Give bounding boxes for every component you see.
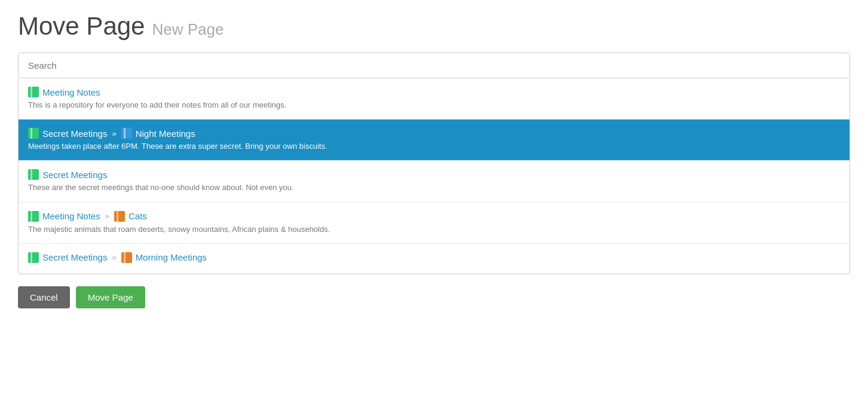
list-item[interactable]: Secret Meetings»Night MeetingsMeetings t… [19,120,849,161]
breadcrumb-book-icon [28,128,39,139]
result-title: Meeting Notes»Cats [28,211,840,222]
result-description: This is a repository for everyone to add… [28,100,840,111]
page-book-icon [121,252,132,263]
result-description: These are the secret meetings that no-on… [28,182,840,193]
breadcrumb-separator: » [112,129,116,138]
page-book-icon [28,169,39,180]
list-item[interactable]: Meeting NotesThis is a repository for ev… [19,78,849,120]
result-title: Meeting Notes [28,87,840,97]
breadcrumb-text: Secret Meetings [42,128,107,139]
page-header: Move Page New Page [18,12,850,41]
page-name: Morning Meetings [136,252,207,262]
breadcrumb-separator: » [112,253,116,262]
page-title: Move Page [18,12,145,41]
page-name: Meeting Notes [42,87,100,97]
page-book-icon [28,87,39,97]
result-description: Meetings taken place after 6PM. These ar… [28,141,840,152]
search-container [18,53,850,78]
result-description: The majestic animals that roam deserts, … [28,224,840,235]
list-item[interactable]: Secret MeetingsThese are the secret meet… [19,161,849,202]
cancel-button[interactable]: Cancel [18,286,70,308]
breadcrumb-separator: » [105,212,109,221]
result-title: Secret Meetings»Morning Meetings [28,252,840,263]
page-name: Secret Meetings [42,170,107,180]
result-title: Secret Meetings»Night Meetings [28,128,840,139]
move-page-button[interactable]: Move Page [76,286,145,308]
page-name: Night Meetings [136,128,195,139]
breadcrumb-text: Secret Meetings [42,252,107,262]
breadcrumb-book-icon [28,211,39,222]
list-item[interactable]: Secret Meetings»Morning Meetings [19,244,849,274]
result-title: Secret Meetings [28,169,840,180]
results-list: Meeting NotesThis is a repository for ev… [18,78,850,274]
list-item[interactable]: Meeting Notes»CatsThe majestic animals t… [19,203,849,244]
footer-buttons: Cancel Move Page [18,286,850,308]
page-book-icon [121,128,132,139]
page-name: Cats [129,211,147,221]
page-book-icon [114,211,125,222]
page-subtitle: New Page [152,20,224,39]
search-input[interactable] [19,53,849,78]
breadcrumb-book-icon [28,252,39,263]
breadcrumb-text: Meeting Notes [42,211,100,221]
